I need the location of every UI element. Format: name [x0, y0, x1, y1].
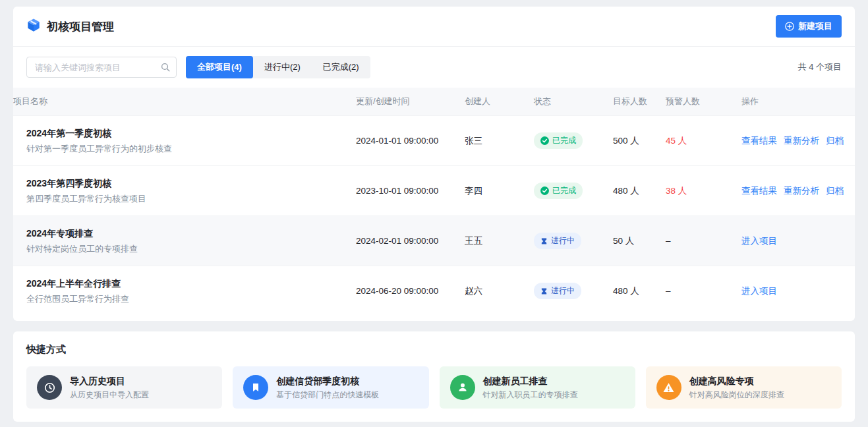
project-target: 480 人 [613, 285, 666, 297]
project-name: 2023年第四季度初核 [26, 177, 356, 190]
project-name: 2024年专项排查 [26, 227, 356, 240]
reanalyze-link[interactable]: 重新分析 [784, 185, 819, 197]
project-actions: 查看结果 重新分析 归档 [741, 135, 855, 147]
project-target: 500 人 [613, 135, 666, 147]
new-project-label: 新建项目 [798, 20, 832, 32]
user-icon [450, 375, 475, 400]
shortcut-high-risk[interactable]: 创建高风险专项 针对高风险岗位的深度排查 [646, 366, 842, 409]
project-creator: 李四 [465, 185, 534, 197]
history-icon [37, 375, 62, 400]
tab-all-projects[interactable]: 全部项目(4) [186, 56, 253, 78]
col-actions: 操作 [741, 88, 855, 115]
project-warning: 45 人 [666, 135, 741, 147]
page-title: 初核项目管理 [47, 19, 114, 34]
col-creator: 创建人 [465, 88, 534, 115]
project-status-cell: 已完成 [534, 183, 613, 199]
project-creator: 赵六 [465, 285, 534, 297]
enter-project-link[interactable]: 进入项目 [741, 285, 777, 297]
table-row: 2024年上半年全行排查 全行范围员工异常行为排查 2024-06-20 09:… [13, 266, 855, 316]
plus-circle-icon [785, 22, 794, 31]
col-status: 状态 [534, 88, 613, 115]
project-desc: 第四季度员工异常行为核查项目 [26, 193, 356, 205]
search-input[interactable] [26, 57, 177, 78]
project-name: 2024年第一季度初核 [26, 127, 356, 140]
page: 初核项目管理 新建项目 [0, 0, 868, 427]
shortcut-credit-quarterly[interactable]: 创建信贷部季度初核 基于信贷部门特点的快速模板 [233, 366, 428, 409]
page-header: 初核项目管理 新建项目 [13, 7, 855, 47]
col-target: 目标人数 [613, 88, 666, 115]
shortcut-desc: 基于信贷部门特点的快速模板 [276, 389, 379, 400]
enter-project-link[interactable]: 进入项目 [741, 235, 777, 247]
status-badge: 进行中 [534, 283, 581, 299]
project-time: 2024-02-01 09:00:00 [356, 236, 465, 246]
project-warning: 38 人 [666, 185, 741, 197]
status-label: 进行中 [551, 285, 575, 297]
project-name: 2024年上半年全行排查 [26, 277, 356, 290]
search-box [26, 57, 177, 78]
status-badge: 已完成 [534, 132, 583, 149]
project-desc: 针对第一季度员工异常行为的初步核查 [26, 143, 356, 155]
hourglass-icon [540, 237, 548, 245]
col-time: 更新/创建时间 [356, 88, 465, 115]
project-time: 2024-06-20 09:00:00 [356, 286, 465, 296]
project-target: 50 人 [613, 235, 666, 247]
status-badge: 已完成 [534, 183, 583, 199]
shortcuts-row: 导入历史项目 从历史项目中导入配置 创建信贷部季度初核 基于信贷部门特点的快速模… [26, 366, 842, 409]
status-label: 进行中 [551, 235, 575, 246]
col-project-name: 项目名称 [13, 88, 356, 115]
project-name-cell: 2024年专项排查 针对特定岗位员工的专项排查 [13, 227, 356, 255]
shortcut-title: 创建高风险专项 [689, 375, 784, 387]
reanalyze-link[interactable]: 重新分析 [784, 135, 819, 147]
archive-link[interactable]: 归档 [826, 185, 844, 197]
table-row: 2023年第四季度初核 第四季度员工异常行为核查项目 2023-10-01 09… [13, 165, 855, 215]
project-time: 2023-10-01 09:00:00 [356, 186, 465, 196]
project-actions: 进入项目 [741, 235, 855, 247]
project-desc: 针对特定岗位员工的专项排查 [26, 243, 356, 255]
shortcut-title: 导入历史项目 [70, 375, 149, 387]
shortcut-title: 创建信贷部季度初核 [276, 375, 379, 387]
shortcut-import-history[interactable]: 导入历史项目 从历史项目中导入配置 [26, 366, 222, 409]
project-actions: 进入项目 [741, 285, 855, 297]
search-icon[interactable] [161, 63, 170, 74]
cube-logo-icon [26, 18, 41, 35]
project-desc: 全行范围员工异常行为排查 [26, 293, 356, 305]
hourglass-icon [540, 287, 548, 295]
status-label: 已完成 [552, 135, 576, 146]
table-row: 2024年专项排查 针对特定岗位员工的专项排查 2024-02-01 09:00… [13, 215, 855, 266]
shortcut-desc: 针对高风险岗位的深度排查 [689, 389, 784, 400]
col-warning: 预警人数 [666, 88, 741, 115]
project-warning: – [666, 236, 741, 246]
project-name-cell: 2024年上半年全行排查 全行范围员工异常行为排查 [13, 277, 356, 305]
shortcut-title: 创建新员工排查 [483, 375, 578, 387]
tab-completed[interactable]: 已完成(2) [312, 56, 370, 78]
table-header-row: 项目名称 更新/创建时间 创建人 状态 目标人数 预警人数 操作 [13, 88, 855, 115]
project-time: 2024-01-01 09:00:00 [356, 136, 465, 146]
project-status-cell: 已完成 [534, 132, 613, 149]
project-actions: 查看结果 重新分析 归档 [741, 185, 855, 197]
project-name-cell: 2024年第一季度初核 针对第一季度员工异常行为的初步核查 [13, 127, 356, 155]
status-label: 已完成 [552, 185, 576, 196]
warning-icon [656, 375, 681, 400]
project-target: 480 人 [613, 185, 666, 197]
status-badge: 进行中 [534, 233, 581, 249]
project-creator: 张三 [465, 135, 534, 147]
shortcut-desc: 从历史项目中导入配置 [70, 389, 149, 400]
project-status-cell: 进行中 [534, 283, 613, 299]
shortcut-desc: 针对新入职员工的专项排查 [483, 389, 578, 400]
check-circle-icon [540, 186, 549, 195]
check-circle-icon [540, 136, 549, 145]
project-creator: 王五 [465, 235, 534, 247]
shortcuts-card: 快捷方式 导入历史项目 从历史项目中导入配置 [13, 331, 855, 422]
project-management-card: 初核项目管理 新建项目 [13, 7, 855, 321]
new-project-button[interactable]: 新建项目 [776, 15, 842, 38]
shortcuts-title: 快捷方式 [26, 343, 842, 356]
total-count-text: 共 4 个项目 [798, 61, 842, 73]
archive-link[interactable]: 归档 [826, 135, 844, 147]
view-results-link[interactable]: 查看结果 [741, 185, 777, 197]
toolbar: 全部项目(4) 进行中(2) 已完成(2) 共 4 个项目 [13, 47, 855, 88]
filter-tabs: 全部项目(4) 进行中(2) 已完成(2) [186, 56, 370, 78]
view-results-link[interactable]: 查看结果 [741, 135, 777, 147]
project-name-cell: 2023年第四季度初核 第四季度员工异常行为核查项目 [13, 177, 356, 205]
tab-in-progress[interactable]: 进行中(2) [253, 56, 312, 78]
shortcut-new-employee[interactable]: 创建新员工排查 针对新入职员工的专项排查 [440, 366, 635, 409]
